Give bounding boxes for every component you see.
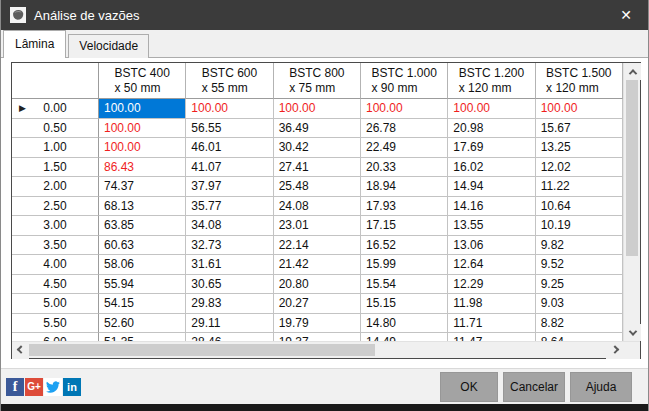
grid-cell[interactable]: 8.64	[536, 333, 623, 341]
grid-cell[interactable]: 100.00	[99, 138, 186, 158]
row-header[interactable]: 3.00	[12, 216, 99, 236]
grid-cell[interactable]: 13.25	[536, 138, 623, 158]
horizontal-scroll-track[interactable]	[29, 342, 606, 358]
grid-cell[interactable]: 55.94	[99, 275, 186, 295]
grid-cell[interactable]: 14.94	[448, 177, 535, 197]
grid-cell[interactable]: 25.48	[274, 177, 361, 197]
tab-velocidade[interactable]: Velocidade	[68, 34, 149, 58]
grid-cell[interactable]: 41.07	[186, 158, 273, 178]
grid-cell[interactable]: 29.83	[186, 294, 273, 314]
column-header[interactable]: BSTC 1.500x 120 mm	[536, 63, 623, 99]
row-header[interactable]: 4.00	[12, 255, 99, 275]
grid-cell[interactable]: 14.49	[361, 333, 448, 341]
grid-cell[interactable]: 100.00	[536, 99, 623, 119]
grid-cell[interactable]: 51.35	[99, 333, 186, 341]
grid-cell[interactable]: 10.19	[536, 216, 623, 236]
grid-cell[interactable]: 14.16	[448, 197, 535, 217]
grid-cell[interactable]: 54.15	[99, 294, 186, 314]
grid-cell[interactable]: 74.37	[99, 177, 186, 197]
scroll-left-button[interactable]	[12, 342, 29, 359]
grid-cell[interactable]: 52.60	[99, 314, 186, 334]
linkedin-icon[interactable]: in	[63, 378, 81, 396]
grid-cell[interactable]: 9.52	[536, 255, 623, 275]
grid-cell[interactable]: 16.02	[448, 158, 535, 178]
grid-cell[interactable]: 12.29	[448, 275, 535, 295]
grid-cell[interactable]: 100.00	[361, 99, 448, 119]
grid-cell[interactable]: 11.71	[448, 314, 535, 334]
scroll-down-button[interactable]	[624, 324, 641, 341]
grid-cell[interactable]: 15.99	[361, 255, 448, 275]
grid-cell[interactable]: 100.00	[99, 99, 186, 119]
grid-cell[interactable]: 23.01	[274, 216, 361, 236]
grid-cell[interactable]: 11.22	[536, 177, 623, 197]
grid-cell[interactable]: 20.80	[274, 275, 361, 295]
grid-cell[interactable]: 29.11	[186, 314, 273, 334]
grid-cell[interactable]: 58.06	[99, 255, 186, 275]
grid-cell[interactable]: 32.73	[186, 236, 273, 256]
grid-cell[interactable]: 28.46	[186, 333, 273, 341]
grid-cell[interactable]: 9.82	[536, 236, 623, 256]
grid-cell[interactable]: 20.98	[448, 119, 535, 139]
ok-button[interactable]: OK	[440, 372, 498, 402]
grid-cell[interactable]: 11.47	[448, 333, 535, 341]
grid-cell[interactable]: 17.15	[361, 216, 448, 236]
grid-cell[interactable]: 68.13	[99, 197, 186, 217]
column-header[interactable]: BSTC 600x 55 mm	[186, 63, 273, 99]
vertical-scrollbar[interactable]	[623, 63, 640, 341]
row-header[interactable]: 1.50	[12, 158, 99, 178]
grid-cell[interactable]: 86.43	[99, 158, 186, 178]
google-plus-icon[interactable]: G+	[25, 378, 43, 396]
column-header[interactable]: BSTC 1.200x 120 mm	[448, 63, 535, 99]
grid-cell[interactable]: 14.80	[361, 314, 448, 334]
grid-cell[interactable]: 100.00	[99, 119, 186, 139]
grid-cell[interactable]: 13.55	[448, 216, 535, 236]
grid-corner-cell[interactable]	[12, 63, 99, 99]
grid-cell[interactable]: 17.69	[448, 138, 535, 158]
column-header[interactable]: BSTC 800x 75 mm	[274, 63, 361, 99]
grid-cell[interactable]: 18.94	[361, 177, 448, 197]
grid-cell[interactable]: 63.85	[99, 216, 186, 236]
grid-cell[interactable]: 100.00	[186, 99, 273, 119]
grid-cell[interactable]: 20.27	[274, 294, 361, 314]
grid-cell[interactable]: 26.78	[361, 119, 448, 139]
cancel-button[interactable]: Cancelar	[503, 372, 565, 402]
grid-cell[interactable]: 30.65	[186, 275, 273, 295]
row-header[interactable]: ▶0.00	[12, 99, 99, 119]
horizontal-scrollbar[interactable]	[12, 342, 623, 358]
grid-cell[interactable]: 20.33	[361, 158, 448, 178]
grid-cell[interactable]: 60.63	[99, 236, 186, 256]
row-header[interactable]: 0.50	[12, 119, 99, 139]
row-header[interactable]: 6.00	[12, 333, 99, 341]
scroll-right-button[interactable]	[606, 342, 623, 359]
grid-cell[interactable]: 30.42	[274, 138, 361, 158]
grid-cell[interactable]: 11.98	[448, 294, 535, 314]
row-header[interactable]: 2.00	[12, 177, 99, 197]
grid-cell[interactable]: 35.77	[186, 197, 273, 217]
grid-cell[interactable]: 10.64	[536, 197, 623, 217]
grid-cell[interactable]: 34.08	[186, 216, 273, 236]
grid-cell[interactable]: 13.06	[448, 236, 535, 256]
row-header[interactable]: 2.50	[12, 197, 99, 217]
grid-cell[interactable]: 36.49	[274, 119, 361, 139]
grid-cell[interactable]: 100.00	[448, 99, 535, 119]
grid-cell[interactable]: 37.97	[186, 177, 273, 197]
row-header[interactable]: 3.50	[12, 236, 99, 256]
help-button[interactable]: Ajuda	[570, 372, 632, 402]
twitter-icon[interactable]	[44, 378, 62, 396]
horizontal-scroll-thumb[interactable]	[29, 344, 375, 356]
grid-cell[interactable]: 8.82	[536, 314, 623, 334]
grid-cell[interactable]: 12.64	[448, 255, 535, 275]
grid-cell[interactable]: 22.14	[274, 236, 361, 256]
grid-cell[interactable]: 100.00	[274, 99, 361, 119]
grid-cell[interactable]: 19.37	[274, 333, 361, 341]
grid-cell[interactable]: 15.15	[361, 294, 448, 314]
grid-cell[interactable]: 15.67	[536, 119, 623, 139]
tab-lamina[interactable]: Lâmina	[3, 30, 66, 58]
row-header[interactable]: 4.50	[12, 275, 99, 295]
row-header[interactable]: 5.00	[12, 294, 99, 314]
grid-cell[interactable]: 21.42	[274, 255, 361, 275]
grid-cell[interactable]: 24.08	[274, 197, 361, 217]
grid-cell[interactable]: 46.01	[186, 138, 273, 158]
grid-cell[interactable]: 19.79	[274, 314, 361, 334]
grid-cell[interactable]: 12.02	[536, 158, 623, 178]
